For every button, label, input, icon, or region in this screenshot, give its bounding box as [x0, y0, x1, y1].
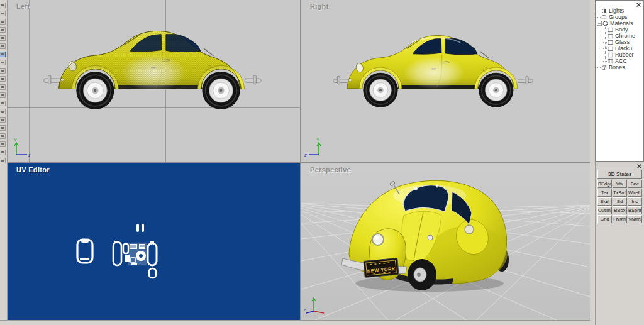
tree-connector [603, 30, 607, 30]
tree-connector [603, 48, 607, 49]
toolbar-icon-selected[interactable] [0, 52, 6, 57]
state-button-wirefme[interactable]: Wirefme [628, 189, 642, 197]
viewport-label: UV Editor [16, 166, 50, 174]
toolbar-icon[interactable] [0, 84, 6, 90]
material-swatch-icon [608, 52, 613, 58]
toolbar-icon[interactable] [0, 150, 6, 155]
tree-item-material-rubber[interactable]: Rubber [596, 52, 643, 58]
state-button-bedge[interactable]: BEdge [597, 180, 612, 188]
toolbar-icon[interactable] [0, 125, 6, 131]
viewport-label: Left [16, 3, 30, 10]
tree-item-material-acc[interactable]: ACC [596, 58, 643, 64]
axis-y-label: Y [316, 138, 319, 142]
states-panel-title: 3D States [597, 170, 642, 179]
left-toolbar [0, 0, 8, 320]
toolbar-icon[interactable] [0, 35, 6, 41]
toolbar-icon[interactable] [0, 158, 6, 163]
tree-item-materials[interactable]: Materials [596, 20, 643, 26]
viewport-right[interactable]: Right Y z [301, 0, 590, 162]
state-button-grid[interactable]: Grid [597, 215, 612, 223]
viewport-splitter-horizontal[interactable] [8, 162, 590, 163]
state-button-skel[interactable]: Skel [597, 197, 612, 206]
viewport-label: Perspective [310, 166, 351, 174]
tree-connector [603, 55, 607, 55]
axis-gizmo: z [304, 294, 329, 317]
state-button-outline[interactable]: Outline [597, 206, 612, 214]
axis-gizmo: Y z [10, 136, 35, 160]
scene-tree-panel: Lights Groups Materials Body [595, 0, 644, 162]
state-button-vtx-clr[interactable]: Vtx Clr [613, 180, 627, 188]
viewport-perspective[interactable]: Perspective NEW YORK [301, 163, 590, 320]
state-button-vnrml[interactable]: VNrml [628, 215, 642, 223]
license-plate: NEW YORK [364, 258, 399, 278]
toolbar-icon[interactable] [0, 43, 6, 49]
states-button-grid: BEdge Vtx Clr Bne Clr Tex Sm TxSmWi Wire… [597, 180, 642, 223]
toolbar-icon[interactable] [0, 92, 6, 98]
toolbar-icon[interactable] [0, 27, 6, 33]
panel-splitter[interactable] [590, 0, 595, 325]
states-panel: 3D States BEdge Vtx Clr Bne Clr Tex Sm T… [595, 162, 644, 325]
window-bottom-strip [0, 320, 590, 325]
car-model-shaded[interactable] [332, 23, 551, 112]
state-button-bbox[interactable]: BBox [613, 206, 627, 214]
toolbar-icon[interactable] [0, 117, 6, 123]
state-button-fnrml[interactable]: FNrml [613, 215, 627, 223]
collapse-minus-icon[interactable] [597, 21, 602, 26]
toolbar-icon[interactable] [0, 133, 6, 139]
bones-icon [601, 65, 607, 70]
toolbar-icon[interactable] [0, 11, 6, 16]
tree-item-material-body[interactable]: Body [596, 26, 643, 33]
axis-z-label: z [304, 153, 307, 157]
viewport-label: Right [310, 3, 329, 10]
toolbar-icon[interactable] [0, 76, 6, 82]
viewport-uv-editor[interactable]: UV Editor [8, 163, 300, 320]
toolbar-icon[interactable] [0, 101, 6, 106]
tree-item-material-glass[interactable]: Glass [596, 39, 643, 45]
state-button-tex-sm[interactable]: Tex Sm [597, 189, 612, 197]
close-icon[interactable] [636, 163, 642, 169]
tree-item-material-black3[interactable]: Black3 [596, 45, 643, 52]
toolbar-icon[interactable] [0, 141, 6, 147]
tree-connector [597, 17, 601, 18]
axis-y-label: Y [14, 138, 17, 142]
texture-swatch-icon [608, 58, 613, 64]
viewport-splitter-vertical[interactable] [300, 0, 301, 320]
state-button-sd-bkf[interactable]: Sd Bkf [613, 197, 627, 206]
material-swatch-icon [608, 46, 613, 52]
material-swatch-icon [608, 40, 613, 45]
tree-item-label: Body [615, 26, 628, 33]
tree-connector [603, 36, 607, 36]
tree-item-label: Lights [609, 8, 624, 14]
light-icon [601, 8, 607, 14]
tree-item-material-chrome[interactable]: Chrome [596, 33, 643, 39]
viewport-left[interactable]: Left Y z [8, 0, 300, 162]
tree-item-label: Black3 [615, 45, 632, 52]
toolbar-icon[interactable] [0, 109, 6, 114]
tree-item-label: Materials [610, 20, 633, 26]
state-button-txsmwi[interactable]: TxSmWi [613, 189, 627, 197]
groups-icon [601, 14, 607, 20]
uv-islands[interactable] [8, 163, 300, 320]
car-model-wireframe[interactable] [43, 17, 280, 114]
tree-item-bones[interactable]: Bones [596, 64, 643, 70]
toolbar-icon[interactable] [0, 68, 6, 74]
car-model-perspective[interactable]: NEW YORK [336, 179, 510, 295]
state-button-bne-clr[interactable]: Bne Clr [628, 180, 642, 188]
materials-icon [602, 21, 608, 26]
tree-connector [603, 61, 607, 62]
state-button-inc-bkf[interactable]: Inc Bkf [628, 197, 642, 206]
state-button-bsphr[interactable]: BSphr [628, 206, 642, 214]
toolbar-icon[interactable] [0, 19, 6, 25]
toolbar-icon[interactable] [0, 60, 6, 65]
axis-gizmo: Y z [304, 136, 329, 160]
tree-connector [603, 42, 607, 43]
tree-item-label: Rubber [615, 52, 634, 58]
tree-item-lights[interactable]: Lights [596, 8, 643, 14]
toolbar-icon[interactable] [0, 3, 6, 8]
tree-item-groups[interactable]: Groups [596, 14, 643, 20]
close-icon[interactable] [636, 2, 641, 8]
tree-item-label: Chrome [615, 33, 635, 39]
tree-item-label: Groups [609, 14, 628, 20]
axis-z-label: z [28, 153, 31, 157]
tree-connector [597, 11, 601, 11]
